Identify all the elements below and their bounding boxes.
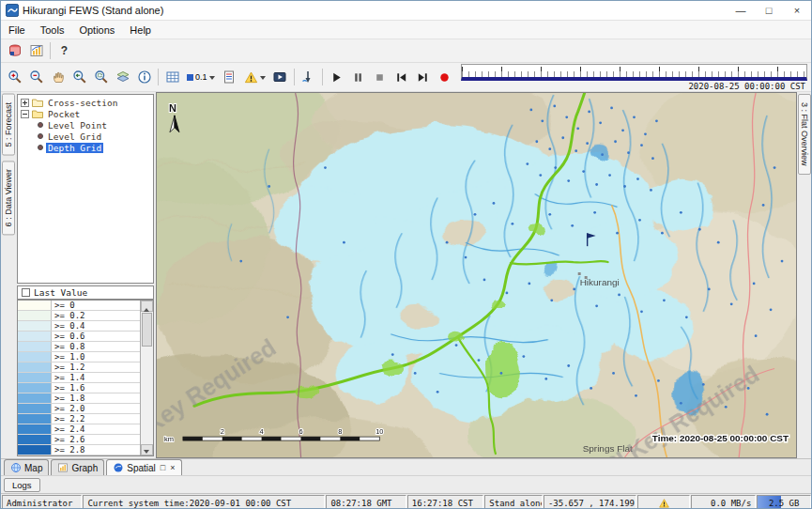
legend-row[interactable]: >= 1.6 [18,383,140,393]
logs-button[interactable]: Logs [4,478,40,492]
legend-row[interactable]: >= 2.0 [18,404,140,414]
menu-item[interactable]: Options [71,23,122,38]
dock-tab[interactable]: 6 : Data Viewer [2,161,15,235]
profile-tool-button[interactable] [298,68,319,87]
tab-spatial[interactable]: Spatial □ × [106,459,181,475]
layer-node-icon [38,133,43,139]
pause-button[interactable] [347,68,369,87]
legend-row[interactable]: >= 0.4 [18,321,140,332]
legend-row[interactable]: >= 1.8 [18,393,140,404]
movie-icon [272,69,287,85]
minimize-button[interactable]: — [727,1,755,20]
folder-icon [32,98,43,107]
timeseries-dialog-button[interactable] [25,41,47,61]
status-local-time: 16:27:18 CST [407,495,483,509]
tree-item-depth-grid[interactable]: Depth Grid [18,142,153,153]
legend-row[interactable]: >= 2.4 [18,424,140,435]
play-icon [329,70,344,85]
classification-document-button[interactable] [219,68,240,87]
stop-button[interactable] [369,68,391,87]
scroll-up-icon[interactable] [141,301,153,312]
legend-scrollbar[interactable] [140,301,153,455]
timeline-slider[interactable] [461,64,807,81]
svg-text:8: 8 [338,427,342,436]
menu-item[interactable]: File [1,23,33,38]
tree-item-pocket[interactable]: Pocket [18,108,153,119]
help-button[interactable]: ? [54,41,75,61]
maximize-button[interactable]: □ [755,1,783,20]
scroll-down-icon[interactable] [141,444,153,455]
svg-text:10: 10 [375,427,383,436]
warning-dropdown[interactable] [240,68,269,87]
map-canvas[interactable]: Hikurangi Springs Flat API Key Required … [157,93,796,457]
legend-swatch [18,383,52,393]
tab-map[interactable]: Map [4,459,49,475]
main-toolbar: ? [1,39,811,63]
expand-icon[interactable] [21,99,29,107]
grid-display-button[interactable] [161,68,183,87]
legend-label: >= 0.2 [52,311,85,320]
menu-item[interactable]: Help [122,23,159,38]
legend-row[interactable]: >= 0.6 [18,332,140,342]
left-dock-strip: 5 : Forecast6 : Data Viewer [1,92,15,458]
legend-label: >= 0.6 [52,332,85,341]
dock-tab[interactable]: 3 : Flat Overview [798,94,811,175]
legend-label: >= 2.2 [52,414,85,424]
database-button[interactable] [4,41,25,61]
svg-text:N: N [169,102,176,114]
menu-item[interactable]: Tools [33,23,72,38]
pan-button[interactable] [47,68,69,87]
zoom-out-button[interactable] [25,68,47,87]
legend-label: >= 0.4 [52,321,85,331]
logs-row: Logs [1,475,811,493]
legend-swatch [18,362,52,372]
help-icon: ? [61,44,68,57]
legend-swatch [18,342,52,351]
window-title: Hikurangi FEWS (Stand alone) [23,5,163,16]
step-forward-button[interactable] [412,68,434,87]
value-threshold-dropdown[interactable]: 0.1 [183,68,219,87]
legend-row[interactable]: >= 1.2 [18,362,140,373]
legend-row[interactable]: >= 0 [18,301,140,311]
legend-label: >= 2.6 [52,435,85,444]
last-value-checkbox[interactable] [22,288,30,297]
legend-row[interactable]: >= 2.8 [18,445,140,455]
info-icon [137,69,152,85]
globe-icon [10,462,22,473]
tree-item-level-grid[interactable]: Level Grid [18,131,153,142]
close-button[interactable]: × [783,1,811,20]
animation-export-button[interactable] [269,68,291,87]
status-gmt-time: 08:27:18 GMT [326,495,406,509]
status-mode: Stand alone [484,495,543,509]
chevron-down-icon [209,76,215,83]
legend-row[interactable]: >= 1.4 [18,373,140,383]
step-back-button[interactable] [391,68,412,87]
layers-button[interactable] [112,68,133,87]
legend-row[interactable]: >= 0.8 [18,342,140,352]
panel-close-button[interactable]: × [170,463,175,472]
status-user: Administrator [2,495,82,509]
title-bar: Hikurangi FEWS (Stand alone) — □ × [1,1,811,21]
zoom-previous-button[interactable] [69,68,90,87]
legend-row[interactable]: >= 2.2 [18,414,140,424]
zoom-extent-button[interactable] [90,68,112,87]
legend-row[interactable]: >= 0.2 [18,311,140,321]
tree-item-cross-section[interactable]: Cross-section [18,97,153,108]
legend-row[interactable]: >= 2.6 [18,435,140,445]
dock-tab[interactable]: 5 : Forecast [2,94,15,156]
zoom-in-button[interactable] [4,68,25,87]
app-logo-icon [6,4,19,17]
tree-item-level-point[interactable]: Level Point [18,119,153,131]
legend-row[interactable]: >= 1.0 [18,352,140,362]
record-button[interactable] [434,68,455,87]
grid-icon [165,69,180,85]
info-button[interactable] [133,68,155,87]
legend-header: Last Value [17,285,154,300]
tab-graph[interactable]: Graph [51,459,104,475]
status-warning-icon [658,498,670,509]
collapse-icon[interactable] [21,110,29,118]
app-window: Hikurangi FEWS (Stand alone) — □ × FileT… [0,0,812,509]
panel-restore-button[interactable]: □ [161,463,165,472]
scrollbar-thumb[interactable] [142,313,152,347]
play-button[interactable] [326,68,347,87]
